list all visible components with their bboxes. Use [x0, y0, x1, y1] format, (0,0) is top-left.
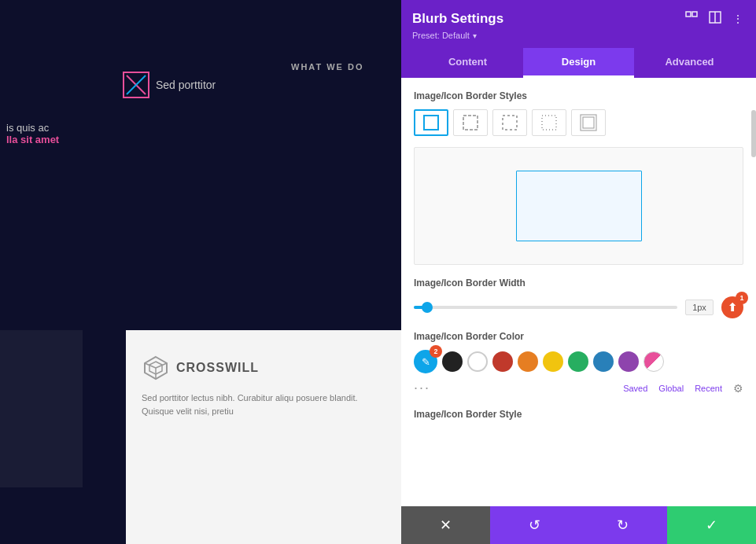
preview-area: [414, 147, 743, 265]
swatch-blue[interactable]: [593, 351, 614, 372]
tab-advanced[interactable]: Advanced: [634, 48, 745, 78]
border-width-slider-track[interactable]: [414, 306, 677, 309]
border-style-dashed1[interactable]: [453, 109, 488, 136]
slider-row: 1px ⬆ 1: [414, 296, 743, 318]
swatch-purple[interactable]: [618, 351, 639, 372]
bottom-left-box: [0, 330, 83, 487]
border-color-section: Image/Icon Border Color ✎ 2 ··· S: [414, 331, 743, 396]
svg-rect-9: [692, 12, 697, 17]
border-color-label: Image/Icon Border Color: [414, 331, 743, 342]
text-block: is quis ac lla sit amet: [0, 122, 59, 145]
color-settings-gear-icon[interactable]: ⚙: [733, 382, 743, 395]
step-up-button[interactable]: ⬆ 1: [721, 296, 743, 318]
global-link[interactable]: Global: [658, 384, 684, 393]
border-style-dashed2[interactable]: [492, 109, 527, 136]
line2: lla sit amet: [6, 134, 59, 145]
panel-body: Image/Icon Border Styles: [401, 78, 756, 506]
panel-footer: ✕ ↺ ↻ ✓: [401, 506, 756, 544]
panel-title: Blurb Settings: [412, 11, 503, 27]
swatch-transparent[interactable]: [644, 351, 664, 372]
preset-label: Preset: Default: [412, 31, 470, 40]
swatch-yellow[interactable]: [543, 351, 563, 372]
border-style-solid[interactable]: [414, 109, 448, 136]
border-styles-row: [414, 109, 743, 136]
bottom-right-panel: CROSSWILL Sed porttitor lectus nibh. Cur…: [126, 330, 401, 544]
redo-button[interactable]: ↻: [579, 506, 668, 544]
saved-link[interactable]: Saved: [623, 384, 647, 393]
swatch-black[interactable]: [442, 351, 463, 372]
bottom-desc: Sed porttitor lectus nibh. Curabitur ali…: [142, 391, 385, 417]
crosswill-name: CROSSWILL: [176, 361, 259, 375]
swatch-white[interactable]: [467, 351, 488, 372]
slider-value: 1px: [685, 300, 714, 315]
border-width-label: Image/Icon Border Width: [414, 278, 743, 289]
border-style-double[interactable]: [571, 109, 606, 136]
line1: is quis ac: [6, 122, 59, 134]
cancel-button[interactable]: ✕: [401, 506, 490, 544]
preset-chevron-icon: ▾: [473, 31, 477, 40]
crosswill-logo: CROSSWILL: [142, 354, 385, 382]
eyedropper-badge: 2: [430, 345, 442, 358]
blurb-icon: [122, 71, 150, 99]
panel-title-row: Blurb Settings ⋮: [412, 9, 745, 28]
svg-rect-12: [424, 116, 438, 130]
expand-icon-btn[interactable]: [684, 9, 699, 28]
panel-header: Blurb Settings ⋮ Preset: Default ▾ Conte…: [401, 0, 756, 78]
svg-rect-13: [463, 116, 478, 130]
svg-rect-15: [542, 116, 556, 130]
what-we-do-label: WHAT WE DO: [291, 62, 364, 72]
border-style-dotted[interactable]: [532, 109, 566, 136]
border-style2-section: Image/Icon Border Style: [414, 409, 743, 420]
swatch-red[interactable]: [492, 351, 513, 372]
settings-panel: Blurb Settings ⋮ Preset: Default ▾ Conte…: [401, 0, 756, 544]
save-button[interactable]: ✓: [667, 506, 756, 544]
layout-icon-btn[interactable]: [707, 9, 723, 28]
tabs-row: Content Design Advanced: [412, 48, 745, 78]
swatch-orange[interactable]: [518, 351, 538, 372]
eyedropper-button[interactable]: ✎ 2: [414, 350, 437, 373]
undo-button[interactable]: ↺: [490, 506, 579, 544]
tab-design[interactable]: Design: [523, 48, 634, 78]
border-style2-label: Image/Icon Border Style: [414, 409, 743, 420]
more-dots[interactable]: ···: [414, 380, 430, 396]
svg-rect-8: [686, 12, 691, 17]
svg-rect-17: [583, 117, 594, 128]
recent-link[interactable]: Recent: [695, 384, 722, 393]
border-width-section: Image/Icon Border Width 1px ⬆ 1: [414, 278, 743, 318]
svg-rect-14: [503, 116, 517, 130]
tab-content[interactable]: Content: [412, 48, 523, 78]
panel-icons: ⋮: [684, 9, 745, 28]
sed-text: Sed porttitor: [156, 79, 216, 91]
preview-inner-box: [516, 171, 642, 241]
more-options-btn[interactable]: ⋮: [731, 11, 745, 27]
step-badge: 1: [736, 292, 748, 304]
scroll-indicator: [751, 110, 756, 157]
preset-row: Preset: Default ▾: [412, 31, 745, 48]
swatch-green[interactable]: [568, 351, 588, 372]
color-swatch-row: ✎ 2: [414, 350, 743, 373]
slider-thumb[interactable]: [422, 302, 433, 313]
border-styles-label: Image/Icon Border Styles: [414, 90, 743, 101]
